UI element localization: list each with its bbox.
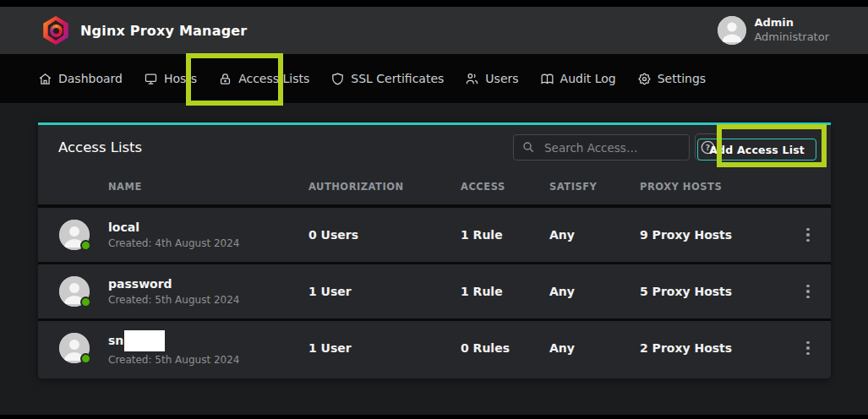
access-cell: 1 Rule [461, 228, 549, 242]
satisfy-cell: Any [549, 228, 640, 242]
satisfy-cell: Any [549, 285, 640, 298]
column-header-satisfy: SATISFY [549, 181, 640, 193]
authorization-cell: 0 Users [308, 228, 461, 242]
row-menu-kebab-icon[interactable] [801, 225, 815, 246]
row-menu-kebab-icon[interactable] [801, 281, 815, 302]
nav-item-settings[interactable]: Settings [637, 72, 706, 86]
nginx-proxy-manager-logo-icon [42, 16, 69, 45]
user-avatar[interactable] [718, 16, 746, 45]
row-avatar-cell [59, 276, 90, 307]
status-online-dot [80, 240, 91, 251]
add-access-list-button[interactable]: Add Access List [697, 139, 816, 161]
user-menu[interactable]: Admin Administrator [718, 16, 829, 45]
column-header-authorization: AUTHORIZATION [308, 181, 461, 193]
search-input[interactable] [513, 134, 690, 161]
created-date: Created: 5th August 2024 [108, 294, 308, 306]
app-title: Nginx Proxy Manager [80, 23, 247, 39]
monitor-icon [144, 72, 158, 86]
table-row[interactable]: local Created: 4th August 2024 0 Users 1… [38, 208, 831, 262]
name-cell: sn Created: 5th August 2024 [108, 330, 308, 366]
gear-icon [637, 72, 652, 86]
nav-item-audit-log[interactable]: Audit Log [540, 72, 616, 86]
top-header-bar: Nginx Proxy Manager Admin Administrator [0, 7, 868, 54]
person-icon [718, 16, 746, 45]
nav-label: Dashboard [58, 72, 123, 85]
shield-icon [330, 72, 345, 86]
page-content: Access Lists ? Add Access List [0, 103, 868, 415]
nav-item-hosts[interactable]: Hosts [144, 72, 197, 86]
main-nav: Dashboard Hosts Access Lists SSL Certifi… [0, 54, 868, 103]
column-header-proxy-hosts: PROXY HOSTS [640, 181, 801, 193]
access-lists-card: Access Lists ? Add Access List [38, 122, 831, 378]
nav-item-dashboard[interactable]: Dashboard [38, 72, 123, 86]
screen: Nginx Proxy Manager Admin Administrator … [0, 0, 868, 419]
nav-label: SSL Certificates [351, 72, 444, 85]
users-icon [465, 72, 479, 86]
created-date: Created: 5th August 2024 [108, 354, 308, 366]
row-menu-kebab-icon[interactable] [801, 338, 815, 359]
nav-item-access-lists[interactable]: Access Lists [218, 72, 309, 86]
table-row[interactable]: sn Created: 5th August 2024 1 User 0 Rul… [38, 321, 831, 375]
nav-label: Users [485, 72, 518, 85]
proxy-hosts-cell: 5 Proxy Hosts [640, 285, 801, 298]
nav-item-ssl-certificates[interactable]: SSL Certificates [330, 72, 444, 86]
proxy-hosts-cell: 2 Proxy Hosts [640, 341, 801, 355]
status-online-dot [80, 297, 91, 307]
user-meta: Admin Administrator [754, 16, 829, 45]
search-wrap [513, 134, 690, 161]
row-avatar-cell [59, 220, 90, 250]
home-icon [38, 72, 52, 86]
access-cell: 0 Rules [461, 341, 549, 355]
proxy-hosts-cell: 9 Proxy Hosts [640, 228, 801, 242]
authorization-cell: 1 User [308, 341, 461, 355]
nav-label: Access Lists [238, 72, 309, 85]
card-header: Access Lists ? Add Access List [38, 125, 831, 169]
name-cell: local Created: 4th August 2024 [108, 220, 308, 250]
column-header-access: ACCESS [461, 181, 549, 193]
satisfy-cell: Any [549, 341, 640, 355]
status-online-dot [80, 353, 91, 364]
lock-icon [218, 72, 232, 86]
nav-item-users[interactable]: Users [465, 72, 518, 86]
access-list-name: password [108, 277, 172, 292]
book-icon [540, 72, 554, 86]
nav-label: Settings [658, 72, 706, 85]
table-row[interactable]: password Created: 5th August 2024 1 User… [38, 264, 831, 318]
user-role: Administrator [754, 30, 829, 45]
authorization-cell: 1 User [308, 285, 461, 298]
access-cell: 1 Rule [461, 285, 549, 298]
access-list-name: local [108, 220, 139, 236]
created-date: Created: 4th August 2024 [108, 237, 308, 249]
user-name: Admin [754, 16, 829, 30]
nav-label: Audit Log [560, 72, 616, 85]
row-avatar-cell [59, 333, 90, 363]
redaction-box [124, 330, 165, 351]
access-list-name: sn [108, 334, 123, 349]
table-header-row: NAME AUTHORIZATION ACCESS SATISFY PROXY … [38, 169, 831, 204]
page-title: Access Lists [58, 139, 142, 155]
column-header-name: NAME [108, 181, 308, 193]
nav-label: Hosts [164, 72, 197, 85]
name-cell: password Created: 5th August 2024 [108, 277, 308, 307]
